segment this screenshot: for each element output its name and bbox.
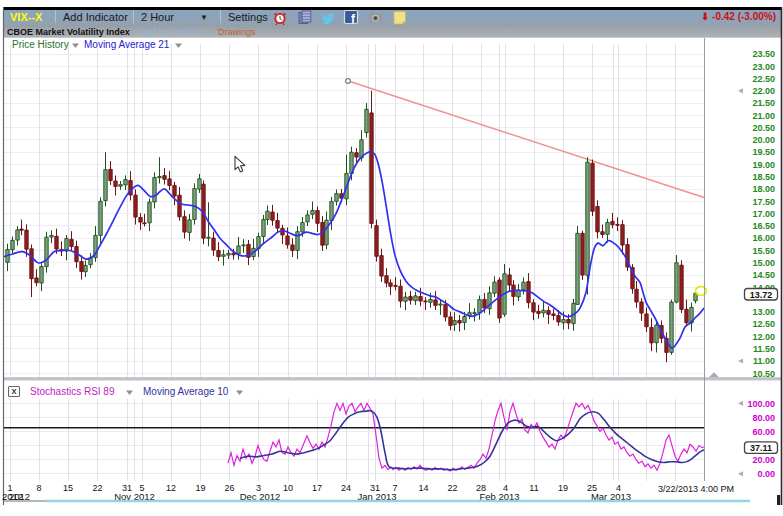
svg-text:22: 22	[447, 483, 457, 493]
svg-text:Moving Average 10: Moving Average 10	[143, 386, 229, 397]
svg-text:12: 12	[166, 483, 176, 493]
svg-text:37.11: 37.11	[750, 443, 772, 453]
svg-text:19: 19	[558, 483, 568, 493]
svg-text:20.00: 20.00	[752, 455, 775, 465]
svg-text:19.00: 19.00	[752, 160, 775, 170]
svg-text:100.00: 100.00	[747, 399, 775, 409]
svg-text:10.50: 10.50	[752, 369, 775, 379]
svg-text:20.50: 20.50	[752, 123, 775, 133]
svg-text:15: 15	[63, 483, 73, 493]
svg-text:13.00: 13.00	[752, 307, 775, 317]
svg-text:X: X	[11, 387, 16, 396]
svg-text:17.50: 17.50	[752, 197, 775, 207]
svg-text:17: 17	[312, 483, 322, 493]
svg-text:21.00: 21.00	[752, 111, 775, 121]
svg-text:12.00: 12.00	[752, 332, 775, 342]
svg-text:24: 24	[341, 483, 351, 493]
svg-text:22.50: 22.50	[752, 74, 775, 84]
svg-text:18.50: 18.50	[752, 172, 775, 182]
svg-text:80.00: 80.00	[752, 413, 775, 423]
svg-text:15.00: 15.00	[752, 258, 775, 268]
svg-text:15.50: 15.50	[752, 246, 775, 256]
svg-text:14: 14	[418, 483, 428, 493]
svg-text:12.50: 12.50	[752, 319, 775, 329]
svg-text:22: 22	[92, 483, 102, 493]
svg-text:17.00: 17.00	[752, 209, 775, 219]
svg-text:60.00: 60.00	[752, 427, 775, 437]
svg-text:16.00: 16.00	[752, 233, 775, 243]
svg-text:26: 26	[224, 483, 234, 493]
svg-text:11.00: 11.00	[753, 356, 775, 366]
svg-text:18.00: 18.00	[752, 184, 775, 194]
svg-text:Price History: Price History	[12, 39, 69, 50]
svg-text:21.50: 21.50	[752, 98, 775, 108]
svg-text:19: 19	[195, 483, 205, 493]
svg-text:13.72: 13.72	[750, 290, 773, 300]
svg-text:11: 11	[529, 483, 538, 493]
svg-text:3/22/2013 4:00 PM: 3/22/2013 4:00 PM	[658, 484, 734, 494]
svg-text:0.00: 0.00	[757, 469, 775, 479]
svg-text:Stochastics RSI 89: Stochastics RSI 89	[30, 386, 115, 397]
svg-text:19.50: 19.50	[752, 147, 775, 157]
svg-text:23.50: 23.50	[752, 49, 775, 59]
svg-text:8: 8	[36, 483, 41, 493]
svg-text:Moving Average 21: Moving Average 21	[84, 39, 170, 50]
svg-text:10: 10	[283, 483, 293, 493]
svg-text:16.50: 16.50	[752, 221, 775, 231]
svg-text:14.50: 14.50	[752, 270, 775, 280]
svg-text:20.00: 20.00	[752, 135, 775, 145]
svg-text:11.50: 11.50	[753, 344, 775, 354]
svg-text:23.00: 23.00	[752, 62, 775, 72]
svg-text:22.00: 22.00	[752, 86, 775, 96]
